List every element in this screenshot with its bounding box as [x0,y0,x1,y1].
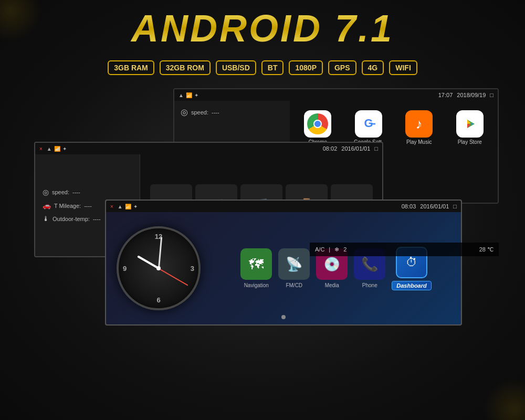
ac-temp-unit: ℃ [487,246,494,253]
dot-indicator [281,315,286,319]
screen3-right-info: 08:03 2016/01/01 □ [402,203,457,209]
play-store-svg [460,114,479,133]
google-settings-icon: G [355,110,382,138]
spec-badge-1080p: 1080P [289,60,322,75]
specs-row: 3GB RAM 32GB ROM USB/SD BT 1080P GPS 4G … [0,60,525,75]
title-section: ANDROID 7.1 [0,9,525,47]
bt-icon: ✦ [194,92,198,98]
clock-center [156,266,161,270]
play-music-label: Play Music [406,139,432,145]
wifi-icon: ▲ [178,92,184,98]
analog-clock: 12 3 6 9 [117,226,201,310]
chrome-icon [304,110,331,138]
ac-temp-value: 28 [479,246,486,253]
media-glyph: 💿 [323,256,340,272]
screen2-temp-value: ---- [93,216,101,222]
spec-badge-ram: 3GB RAM [108,60,154,75]
spec-badge-gps: GPS [328,60,356,75]
screen1-battery: □ [490,92,494,98]
phone-label: Phone [362,282,377,288]
screen2-speed-row: ◎ speed: ---- [43,188,132,196]
screen3-battery: □ [453,203,457,209]
navigation-app[interactable]: 🗺 Navigation [240,248,272,288]
speed-label: speed: [191,109,208,116]
screen2-left-icons: × ▲ 📶 ✦ [39,146,67,152]
clock-num-9: 9 [123,265,127,272]
close-icon3[interactable]: × [110,204,113,209]
clock-num-6: 6 [156,296,160,304]
play-store-icon [456,110,484,138]
car-icon: 🚗 [43,202,51,209]
screen1-statusbar: ▲ 📶 ✦ 17:07 2018/09/19 □ [174,89,498,101]
wifi-icon3: ▲ [118,204,123,209]
screen2-speed-label: speed: [52,189,69,195]
play-store-app[interactable]: Play Store [456,110,484,145]
dashboard-glyph: ⏱ [406,256,417,269]
screen3-date: 2016/01/01 [420,203,449,209]
speed-value: ---- [212,109,219,116]
spec-badge-wifi: WIFI [389,60,417,75]
screen3-time: 08:03 [402,203,416,209]
screen1-left-icons: ▲ 📶 ✦ [178,92,198,98]
spec-badge-rom: 32GB ROM [160,60,211,75]
screen2-temp-label: Outdoor-temp: [52,216,90,222]
spec-badge-usb: USB/SD [216,60,256,75]
clock-area: 12 3 6 9 [106,212,211,324]
google-settings-app[interactable]: G Google Sett. [354,110,383,145]
wifi-icon2: ▲ [47,146,52,152]
phone-glyph: 📞 [361,256,378,272]
google-g-svg: G [359,114,378,133]
ac-fan-count: 2 [343,246,346,253]
bt-icon2: ✦ [62,146,67,152]
screen2-date: 2016/01/01 [341,145,370,152]
screen3-apps: 🗺 Navigation 📡 FM/CD 💿 Media [211,212,461,324]
second-hand [159,268,188,286]
fmcd-glyph: 📡 [286,256,302,272]
screen2-right-info: 08:02 2016/01/01 □ [323,145,378,152]
dashboard-label: Dashboard [392,281,431,290]
screen2-speed-value: ---- [72,189,80,195]
screen1-date: 2018/09/19 [457,92,486,98]
chrome-ring [307,113,328,134]
signal-icon3: 📶 [125,204,131,209]
screen3: × ▲ 📶 ✦ 08:03 2016/01/01 □ 12 3 6 9 [105,200,462,326]
nav-glyph: 🗺 [249,256,264,273]
page-title: ANDROID 7.1 [0,9,525,47]
speed-circle-icon: ◎ [181,107,188,117]
fan-icon: ❄ [334,246,339,253]
bt-icon3: ✦ [133,204,138,209]
signal-icon: 📶 [186,92,192,98]
chrome-app[interactable]: Chrome [304,110,331,145]
navigation-label: Navigation [244,282,269,288]
svg-text:G: G [364,117,373,130]
play-store-label: Play Store [458,139,482,145]
fmcd-app[interactable]: 📡 FM/CD [278,248,310,288]
spec-badge-bt: BT [261,60,284,75]
navigation-icon: 🗺 [240,248,272,280]
signal-icon2: 📶 [54,146,60,152]
fmcd-icon: 📡 [278,248,310,280]
screen3-statusbar: × ▲ 📶 ✦ 08:03 2016/01/01 □ [106,201,461,212]
clock-num-3: 3 [191,265,194,272]
temp-icon: 🌡 [43,215,49,223]
screen2-statusbar: × ▲ 📶 ✦ 08:02 2016/01/01 □ [35,143,382,154]
screen2-time: 08:02 [323,145,338,152]
minute-hand [158,237,162,268]
screen2-battery: □ [374,145,378,152]
close-icon[interactable]: × [39,146,43,152]
screen2-mileage-label: T Mileage: [54,203,81,209]
chrome-inner [313,120,322,128]
spec-badge-4g: 4G [362,60,384,75]
ac-temp: 28 ℃ [479,246,494,253]
screen3-content: 12 3 6 9 🗺 Navigation 📡 [106,212,461,324]
ac-bar: A/C | ❄ 2 28 ℃ [310,243,499,256]
music-note-icon: ♪ [416,116,423,132]
play-music-icon: ♪ [405,110,433,138]
speed-row: ◎ speed: ---- [181,107,284,117]
ac-separator: | [329,246,330,253]
screen3-left-icons: × ▲ 📶 ✦ [110,204,138,209]
ac-label: A/C [315,246,324,253]
speed-icon2: ◎ [43,188,49,196]
screen1-time: 17:07 [438,92,453,98]
play-music-app[interactable]: ♪ Play Music [405,110,433,145]
